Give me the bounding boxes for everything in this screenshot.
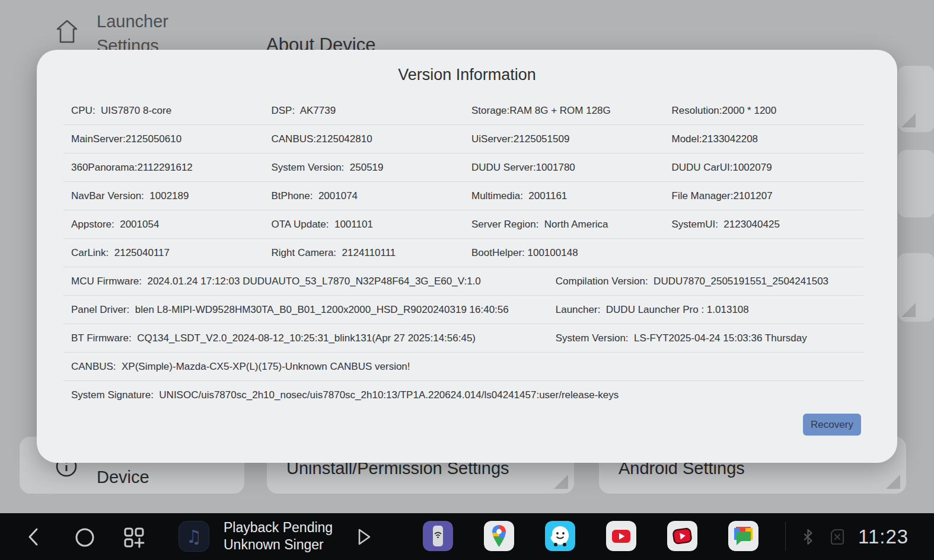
table-row: BT Firmware: CQ134_LSDT_V2.0_2024-08-12_… — [63, 324, 864, 353]
no-sim-icon — [830, 529, 845, 545]
version-cell: Storage:RAM 8G + ROM 128G — [464, 105, 664, 117]
card-fold-corner — [901, 303, 916, 317]
version-cell: MCU Firmware: 2024.01.24 17:12:03 DUDUAU… — [63, 276, 548, 287]
version-cell: 360Panorama:2112291612 — [63, 162, 264, 174]
version-cell: BtPhone: 2001074 — [264, 190, 464, 202]
clock: 11:23 — [858, 526, 909, 548]
wifi-remote-app-icon[interactable] — [423, 521, 453, 551]
card-fold-corner — [901, 113, 916, 127]
version-cell: MainServer:2125050610 — [63, 133, 264, 145]
version-cell: Model:2133042208 — [664, 133, 865, 145]
version-cell: Server Region: North America — [464, 219, 664, 231]
peek-card — [898, 66, 934, 132]
waze-app-icon[interactable] — [545, 521, 575, 551]
version-cell: Appstore: 2001054 — [63, 219, 264, 231]
play-icon[interactable] — [356, 527, 372, 546]
dialog-title: Version Information — [37, 50, 897, 97]
version-cell: DSP: AK7739 — [264, 105, 464, 117]
home-circle-icon[interactable] — [74, 527, 95, 548]
table-row: CPU: UIS7870 8-core DSP: AK7739 Storage:… — [63, 97, 864, 125]
music-note-icon: ♫ — [186, 526, 202, 547]
version-cell: OTA Update: 1001101 — [264, 219, 464, 231]
version-cell: Multimedia: 2001161 — [464, 190, 664, 202]
table-row: 360Panorama:2112291612 System Version: 2… — [63, 153, 864, 182]
car-headunit-screen: Launcher Settings About Device .peek{lef… — [0, 0, 934, 560]
google-maps-app-icon[interactable] — [484, 521, 514, 551]
version-cell: DUDU Server:1001780 — [464, 162, 664, 174]
version-cell: Launcher: DUDU Launcher Pro : 1.013108 — [548, 304, 864, 316]
table-row: NavBar Version: 1002189 BtPhone: 2001074… — [63, 182, 864, 210]
version-cell: SystemUI: 2123040425 — [664, 219, 865, 231]
card-device-label: Device — [97, 468, 149, 487]
version-cell: Panel Driver: blen L8-MIPI-WD9528HM30TA_… — [63, 304, 548, 316]
version-table: CPU: UIS7870 8-core DSP: AK7739 Storage:… — [63, 97, 864, 409]
table-row: CANBUS: XP(Simple)-Mazda-CX5-XP(L)(175)-… — [63, 353, 864, 381]
youtube-app-icon[interactable] — [606, 521, 636, 551]
version-cell: File Manager:2101207 — [664, 190, 865, 202]
peek-card — [898, 253, 934, 322]
table-row: Appstore: 2001054 OTA Update: 1001101 Se… — [63, 210, 864, 239]
version-cell: CPU: UIS7870 8-core — [63, 105, 264, 117]
version-cell: BT Firmware: CQ134_LSDT_V2.0_2024-08-12_… — [63, 332, 548, 344]
version-cell: System Signature: UNISOC/uis7870sc_2h10_… — [63, 389, 864, 401]
card-fold-corner — [554, 475, 568, 489]
card-fold-corner — [886, 475, 900, 489]
peek-card — [898, 150, 934, 217]
table-row: MainServer:2125050610 CANBUS:2125042810 … — [63, 125, 864, 153]
google-chat-app-icon[interactable] — [728, 521, 758, 551]
version-cell: Right Camera: 2124110111 — [264, 247, 464, 259]
table-row: CarLink: 2125040117 Right Camera: 212411… — [63, 239, 864, 267]
version-cell: CANBUS:2125042810 — [264, 133, 464, 145]
table-row: MCU Firmware: 2024.01.24 17:12:03 DUDUAU… — [63, 267, 864, 296]
version-cell: DUDU CarUI:1002079 — [664, 162, 865, 174]
media-info: Playback Pending Unknown Singer — [224, 519, 333, 553]
dock-apps — [423, 521, 758, 551]
version-cell: CarLink: 2125040117 — [63, 247, 264, 259]
bottom-bar: ♫ Playback Pending Unknown Singer — [0, 513, 934, 560]
version-cell: System Version: LS-FYT2025-04-24 15:03:3… — [548, 332, 864, 344]
version-information-dialog: Version Information CPU: UIS7870 8-core … — [37, 50, 897, 463]
media-title: Playback Pending — [224, 519, 333, 536]
home-icon[interactable] — [55, 18, 79, 44]
version-cell: Compilation Version: DUDU7870_2505191551… — [548, 276, 864, 287]
version-cell: BootHelper: 100100148 — [464, 247, 664, 259]
app-drawer-icon[interactable] — [123, 526, 145, 549]
back-icon[interactable] — [26, 527, 40, 547]
version-cell: CANBUS: XP(Simple)-Mazda-CX5-XP(L)(175)-… — [63, 361, 864, 373]
youtube-variant-app-icon[interactable] — [667, 521, 697, 551]
table-row: System Signature: UNISOC/uis7870sc_2h10_… — [63, 381, 864, 409]
dock-divider — [785, 522, 786, 551]
table-row: Panel Driver: blen L8-MIPI-WD9528HM30TA_… — [63, 296, 864, 324]
version-cell: System Version: 250519 — [264, 162, 464, 174]
version-cell: Resolution:2000 * 1200 — [664, 105, 865, 117]
recovery-button[interactable]: Recovery — [803, 414, 861, 436]
media-thumbnail[interactable]: ♫ — [178, 521, 209, 552]
bluetooth-icon — [802, 529, 815, 545]
media-artist: Unknown Singer — [224, 536, 333, 553]
version-cell: UiServer:2125051509 — [464, 133, 664, 145]
version-cell: NavBar Version: 1002189 — [63, 190, 264, 202]
